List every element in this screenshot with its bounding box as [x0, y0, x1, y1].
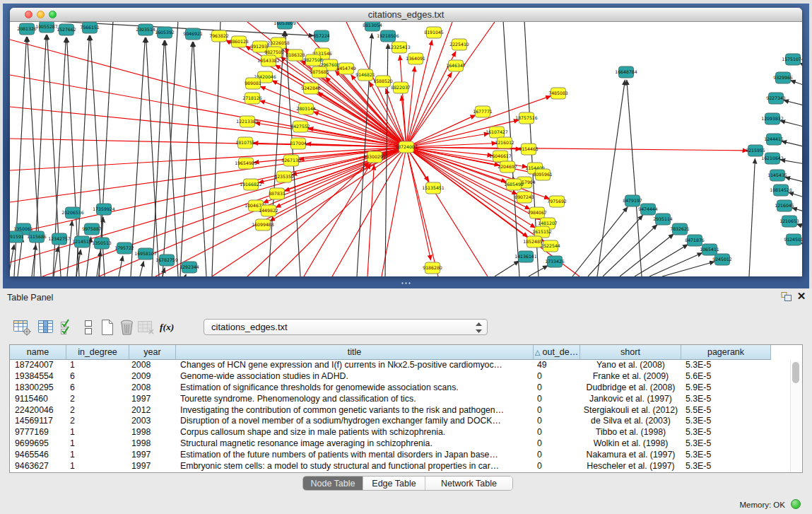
cell-year: 1998 [129, 438, 176, 450]
scrollbar-thumb[interactable] [792, 362, 799, 383]
svg-text:1216012: 1216012 [495, 140, 514, 145]
svg-text:8479197: 8479197 [623, 198, 642, 203]
table-body[interactable]: 18724007 1 2008 Changes of HCN gene expr… [10, 360, 791, 472]
cell-title: Structural magnetic resonance image aver… [176, 438, 534, 450]
svg-text:16107427: 16107427 [486, 129, 508, 134]
cell-name: 14569117 [10, 416, 66, 427]
svg-text:9245012: 9245012 [712, 257, 732, 262]
table-row[interactable]: 9777169 1 1998 Corpus callosum shape and… [10, 427, 791, 438]
cell-pagerank: 5.3E-5 [681, 416, 771, 427]
memory-status-indicator [791, 499, 801, 509]
cell-out-degree: 0 [534, 405, 580, 416]
cell-out-degree: 0 [534, 438, 580, 450]
svg-text:18724007: 18724007 [395, 144, 418, 149]
window-titlebar[interactable]: citations_edges.txt [10, 8, 802, 22]
delete-rows-icon[interactable] [117, 317, 138, 337]
column-header-title[interactable]: title [176, 345, 534, 360]
svg-text:5875685: 5875685 [310, 69, 329, 74]
row-height-icon[interactable] [78, 317, 99, 337]
svg-text:2718126: 2718126 [242, 95, 262, 100]
cell-out-degree: 0 [534, 382, 580, 394]
cell-year: 1997 [129, 394, 176, 405]
svg-text:1605392: 1605392 [155, 30, 175, 35]
table-row[interactable]: 18724007 1 2008 Changes of HCN gene expr… [10, 360, 791, 371]
svg-text:8095961: 8095961 [533, 172, 553, 177]
svg-text:1210653: 1210653 [779, 218, 799, 223]
cell-short: Stergiakouli et al. (2012) [580, 405, 681, 416]
svg-text:9242848: 9242848 [301, 86, 321, 90]
svg-text:2081326: 2081326 [17, 26, 37, 31]
svg-text:8427552: 8427552 [290, 124, 310, 129]
svg-text:9154465: 9154465 [519, 146, 539, 151]
network-canvas[interactable]: 1221338918107551965498519166822100467251… [10, 22, 802, 276]
panel-title: Table Panel [7, 293, 53, 303]
cell-pagerank: 5.3E-5 [681, 450, 771, 461]
delete-table-disabled-icon [136, 317, 157, 337]
svg-text:8215955: 8215955 [746, 148, 765, 153]
table-row[interactable]: 9699695 1 1998 Structural magnetic reson… [10, 438, 791, 450]
table-row[interactable]: 18300295 6 2008 Estimation of significan… [10, 382, 791, 394]
function-builder-icon[interactable]: f(x) [160, 320, 181, 340]
table-settings-icon[interactable] [12, 317, 33, 337]
column-header-in-degree[interactable]: in_degree [66, 345, 129, 360]
cell-name: 9777169 [10, 427, 66, 438]
cell-pagerank: 5.3E-5 [681, 438, 771, 450]
table-row[interactable]: 19384554 6 2009 Genome-wide association … [10, 371, 791, 382]
svg-text:14136141: 14136141 [514, 254, 537, 259]
svg-text:1677771: 1677771 [473, 109, 493, 114]
svg-text:16958107: 16958107 [134, 251, 157, 256]
cell-out-degree: 0 [534, 461, 580, 472]
column-header-short[interactable]: short [580, 345, 681, 360]
svg-text:19166822: 19166822 [240, 182, 262, 187]
cell-title: Investigating the contribution of common… [176, 405, 534, 416]
new-table-icon[interactable] [97, 317, 118, 337]
cell-in-degree: 6 [66, 382, 129, 394]
svg-text:8860128: 8860128 [229, 39, 249, 44]
svg-text:10055287: 10055287 [35, 24, 58, 29]
cell-name: 22420046 [10, 405, 66, 416]
svg-text:857224: 857224 [313, 33, 330, 38]
tab-node-table[interactable]: Node Table [303, 477, 363, 491]
svg-text:1216045: 1216045 [775, 203, 794, 208]
splitter-handle[interactable] [401, 281, 412, 286]
svg-text:2225410: 2225410 [449, 42, 469, 47]
column-header-pagerank[interactable]: pagerank [681, 345, 771, 360]
select-columns-icon[interactable] [36, 317, 57, 337]
svg-text:1235359: 1235359 [274, 174, 294, 179]
tab-network-table[interactable]: Network Table [425, 477, 512, 491]
cell-year: 1997 [129, 461, 176, 472]
cell-out-degree: 49 [534, 360, 580, 371]
network-desktop: citations_edges.txt 12213389181075519654… [3, 4, 809, 288]
table-row[interactable]: 14569117 2 2003 Disruption of a novel me… [10, 416, 791, 427]
table-scrollbar[interactable] [790, 361, 801, 472]
svg-text:8822037: 8822037 [391, 85, 411, 90]
table-row[interactable]: 22420046 2 2012 Investigating the contri… [10, 405, 791, 416]
cell-title: Changes of HCN gene expression and I(f) … [176, 360, 534, 371]
cell-short: Hescheler et al. (1997) [580, 461, 681, 472]
cell-pagerank: 5.9E-5 [681, 382, 771, 394]
table-row[interactable]: 9465546 1 1997 Estimation of the future … [10, 450, 791, 461]
table-header[interactable]: name in_degree year title △out_de… short… [10, 345, 771, 360]
cell-out-degree: 0 [534, 450, 580, 461]
column-visibility-check-icon[interactable] [58, 317, 79, 337]
tab-edge-table[interactable]: Edge Table [363, 477, 425, 491]
float-panel-icon[interactable] [779, 291, 794, 303]
svg-text:7832621: 7832621 [670, 226, 690, 231]
cell-year: 1997 [129, 450, 176, 461]
cell-year: 2009 [129, 371, 176, 382]
column-header-out-degree[interactable]: △out_de… [534, 345, 580, 360]
column-header-name[interactable]: name [10, 345, 66, 360]
svg-text:9827505: 9827505 [264, 49, 284, 54]
table-row[interactable]: 9115460 2 1997 Tourette syndrome. Phenom… [10, 394, 791, 405]
svg-text:7485083: 7485083 [548, 90, 568, 95]
table-row[interactable]: 9463627 1 1997 Embryonic stem cells: a m… [10, 461, 791, 472]
citation-network-graph[interactable]: 1221338918107551965498519166822100467251… [10, 22, 802, 276]
cell-short: Yano et al. (2008) [580, 360, 681, 371]
table-selector-dropdown[interactable]: citations_edges.txt [204, 319, 488, 335]
network-view-window: citations_edges.txt 12213389181075519654… [10, 8, 802, 276]
svg-text:9227343: 9227343 [766, 95, 786, 100]
column-header-year[interactable]: year [129, 345, 176, 360]
cell-name: 18300295 [10, 382, 66, 394]
close-panel-icon[interactable]: ✕ [795, 290, 808, 303]
cell-name: 9463627 [10, 461, 66, 472]
